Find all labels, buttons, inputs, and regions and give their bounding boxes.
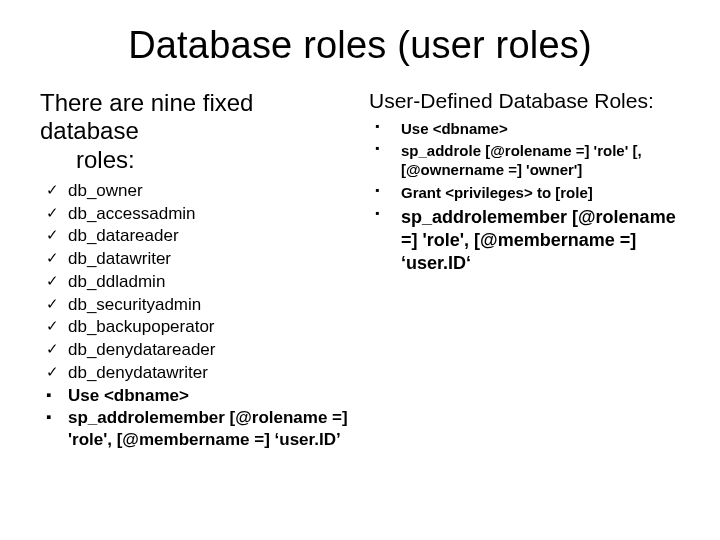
list-item-text: Grant <privileges> to [role] [401,184,593,201]
check-icon: ✓ [46,339,64,358]
list-item-text: db_accessadmin [68,204,196,223]
square-bullet-icon: ▪ [375,119,393,134]
right-heading: User-Defined Database Roles: [369,89,680,113]
list-item-text: db_denydatareader [68,340,215,359]
list-item: ✓db_datareader [44,225,351,247]
list-item-text: Use <dbname> [68,386,189,405]
left-heading-line1: There are nine fixed database [40,89,253,144]
square-bullet-icon: ▪ [375,141,393,156]
list-item: ✓db_owner [44,180,351,202]
list-item: ✓db_datawriter [44,248,351,270]
list-item: ▪sp_addrolemember [@rolename =] 'role', … [44,407,351,451]
left-list: ✓db_owner✓db_accessadmin✓db_datareader✓d… [44,180,351,451]
list-item: ✓db_securityadmin [44,294,351,316]
list-item: ✓db_ddladmin [44,271,351,293]
list-item-text: db_backupoperator [68,317,215,336]
check-icon: ✓ [46,271,64,290]
list-item-text: db_denydatawriter [68,363,208,382]
left-column: There are nine fixed database roles: ✓db… [40,89,351,452]
list-item-text: sp_addrolemember [@rolename =] 'role', [… [401,207,676,273]
check-icon: ✓ [46,248,64,267]
square-bullet-icon: ▪ [375,206,393,221]
list-item: ✓db_denydatawriter [44,362,351,384]
list-item-text: db_securityadmin [68,295,201,314]
list-item-text: Use <dbname> [401,120,508,137]
list-item-text: sp_addrole [@rolename =] 'role' [, [@own… [401,142,642,178]
square-bullet-icon: ▪ [375,183,393,198]
list-item: ▪Grant <privileges> to [role] [369,183,680,202]
list-item-text: sp_addrolemember [@rolename =] 'role', [… [68,408,348,449]
left-heading: There are nine fixed database roles: [40,89,351,174]
check-icon: ✓ [46,180,64,199]
list-item: ▪Use <dbname> [369,119,680,138]
check-icon: ✓ [46,362,64,381]
list-item: ✓db_backupoperator [44,316,351,338]
check-icon: ✓ [46,316,64,335]
right-list: ▪Use <dbname>▪sp_addrole [@rolename =] '… [369,119,680,275]
list-item: ▪sp_addrolemember [@rolename =] 'role', … [369,206,680,275]
content-columns: There are nine fixed database roles: ✓db… [40,89,680,452]
list-item: ▪sp_addrole [@rolename =] 'role' [, [@ow… [369,141,680,179]
list-item: ✓db_denydatareader [44,339,351,361]
list-item: ✓db_accessadmin [44,203,351,225]
list-item-text: db_datareader [68,226,179,245]
square-bullet-icon: ▪ [46,407,64,426]
slide: Database roles (user roles) There are ni… [0,0,720,540]
check-icon: ✓ [46,203,64,222]
list-item: ▪Use <dbname> [44,385,351,407]
slide-title: Database roles (user roles) [40,24,680,67]
list-item-text: db_owner [68,181,143,200]
check-icon: ✓ [46,294,64,313]
square-bullet-icon: ▪ [46,385,64,404]
list-item-text: db_datawriter [68,249,171,268]
right-column: User-Defined Database Roles: ▪Use <dbnam… [369,89,680,452]
left-heading-line2: roles: [40,146,351,174]
check-icon: ✓ [46,225,64,244]
list-item-text: db_ddladmin [68,272,165,291]
